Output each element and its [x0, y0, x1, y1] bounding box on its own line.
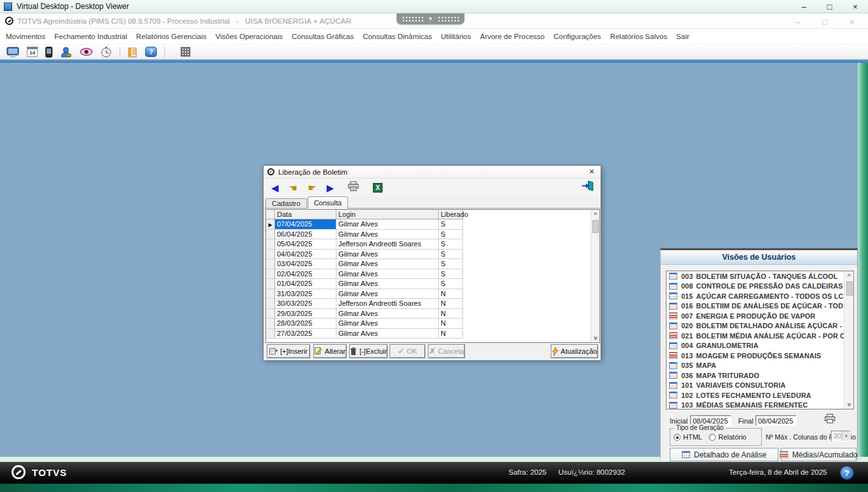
list-item[interactable]: 016BOLETIIM DE ANÁLISES DE AÇÚCAR - TOD	[667, 301, 853, 312]
cell-liberado[interactable]: S	[439, 219, 463, 230]
print-icon[interactable]	[348, 181, 359, 194]
cell-liberado[interactable]: N	[439, 319, 463, 329]
table-row[interactable]: 01/04/2025 Gilmar Alves S	[266, 279, 599, 289]
detalhado-analise-button[interactable]: Detalhado de Análise	[670, 448, 778, 461]
menu-item[interactable]: Relatórios Gerenciais	[136, 33, 207, 40]
cell-liberado[interactable]: N	[439, 309, 463, 319]
app-minimize-button[interactable]: –	[788, 16, 807, 29]
cancela-button[interactable]: ✗ Cancela	[428, 344, 465, 358]
cell-login[interactable]: Gilmar Alves	[336, 250, 439, 260]
cell-liberado[interactable]: S	[439, 250, 463, 260]
max-cols-dropdown[interactable]: 30 ▼	[831, 431, 851, 441]
app-maximize-button[interactable]: □	[816, 16, 835, 29]
desktop-monitor-icon[interactable]	[6, 47, 19, 58]
help-balloon-icon[interactable]: ?	[145, 47, 157, 57]
cell-liberado[interactable]: S	[439, 230, 463, 240]
exit-icon[interactable]	[581, 180, 594, 194]
cell-liberado[interactable]: N	[439, 289, 463, 299]
list-item[interactable]: 021BOLETIM MÉDIA ANÁLISE AÇÚCAR - POR C	[667, 331, 853, 341]
header-liberado[interactable]: Liberado	[439, 210, 463, 219]
qrcode-icon[interactable]	[180, 47, 191, 57]
cell-login[interactable]: Gilmar Alves	[336, 269, 439, 280]
cell-data[interactable]: 28/03/2025	[275, 319, 336, 329]
prev-record-icon[interactable]: ☚	[289, 183, 297, 193]
list-item[interactable]: 103MÉDIAS SEMANAIS FERMENTEC	[667, 401, 853, 410]
scroll-up-icon[interactable]: ^	[591, 210, 600, 219]
cell-login[interactable]: Gilmar Alves	[336, 219, 439, 230]
cell-data[interactable]: 31/03/2025	[275, 289, 336, 299]
list-item[interactable]: 003BOLETIM SITUAÇÃO - TANQUES ÁLCOOL	[667, 271, 853, 282]
views-scrollbar[interactable]: ^ v	[844, 271, 853, 409]
header-login[interactable]: Login	[336, 210, 439, 219]
radio-html[interactable]: HTML	[674, 433, 702, 441]
user-icon[interactable]	[60, 47, 72, 58]
cell-login[interactable]: Jefferson Andreotti Soares	[336, 239, 439, 250]
medias-acumulado-button[interactable]: Médias/Acumulado	[781, 448, 856, 461]
menu-item[interactable]: Visões Operacionais	[216, 33, 283, 40]
calendar-icon[interactable]: 14	[27, 47, 38, 57]
last-record-icon[interactable]: ▶	[326, 183, 334, 193]
cell-data[interactable]: 07/04/2025	[275, 219, 336, 230]
excluir-button[interactable]: [-]Excluir	[349, 344, 388, 358]
cell-data[interactable]: 02/04/2025	[275, 269, 336, 280]
dropdown-arrow-icon[interactable]: ▼	[842, 431, 850, 441]
virtual-desktop-grip[interactable]: ▼	[397, 13, 464, 24]
scroll-up-icon[interactable]: ^	[844, 271, 854, 280]
menu-item[interactable]: Utilitários	[441, 33, 471, 40]
radio-relatorio-circle[interactable]	[709, 434, 716, 441]
menu-item[interactable]: Consultas Dinâmicas	[363, 33, 432, 40]
next-record-icon[interactable]: ☛	[308, 183, 316, 193]
cell-liberado[interactable]: N	[439, 299, 463, 309]
table-row[interactable]: 30/03/2025 Jefferson Andreotti Soares N	[266, 299, 599, 309]
alterar-button[interactable]: Alterar	[313, 344, 347, 358]
table-row[interactable]: 03/04/2025 Gilmar Alves S	[266, 259, 599, 269]
menu-item[interactable]: Configurações	[553, 33, 601, 40]
menu-item[interactable]: Árvore de Processo	[480, 33, 544, 40]
cell-data[interactable]: 30/03/2025	[275, 299, 336, 309]
cell-data[interactable]: 01/04/2025	[275, 279, 336, 289]
menu-item[interactable]: Consultas Gráficas	[292, 33, 354, 40]
tab-cadastro[interactable]: Cadastro	[265, 198, 307, 209]
list-item[interactable]: 036MAPA TRITURADO	[667, 370, 853, 381]
menu-item[interactable]: Fechamento Industrial	[54, 33, 127, 40]
table-row[interactable]: 06/04/2025 Gilmar Alves S	[266, 230, 599, 240]
scroll-down-icon[interactable]: v	[591, 333, 600, 342]
list-item[interactable]: 004GRANULOMETRIA	[667, 341, 853, 351]
list-item[interactable]: 035MAPA	[667, 361, 853, 371]
cell-login[interactable]: Jefferson Andreotti Soares	[336, 299, 439, 309]
clock-icon[interactable]	[100, 46, 112, 58]
help-icon[interactable]: ?	[840, 466, 854, 480]
grid-scrollbar[interactable]: ^ v	[590, 210, 599, 342]
table-row[interactable]: 02/04/2025 Gilmar Alves S	[266, 269, 599, 280]
table-row[interactable]: 04/04/2025 Gilmar Alves S	[266, 250, 599, 260]
scroll-document-icon[interactable]	[128, 47, 138, 58]
tab-consulta[interactable]: Consulta	[308, 196, 348, 209]
menu-item[interactable]: Relatórios Salvos	[610, 33, 667, 40]
scroll-down-icon[interactable]: v	[844, 400, 854, 409]
desktop-close-button[interactable]: ×	[846, 1, 865, 13]
cell-liberado[interactable]: S	[439, 259, 463, 269]
cell-liberado[interactable]: S	[439, 239, 463, 250]
list-item[interactable]: 007ENERGIA E PRODUÇÃO DE VAPOR	[667, 311, 853, 321]
atualizacao-button[interactable]: Atualização	[551, 344, 598, 358]
list-item[interactable]: 013MOAGEM E PRODUÇÕES SEMANAIS	[667, 351, 853, 361]
app-close-button[interactable]: ×	[842, 16, 862, 29]
list-item[interactable]: 101VARIAVEIS CONSULTORIA	[667, 381, 853, 391]
cell-data[interactable]: 29/03/2025	[275, 309, 336, 319]
table-row[interactable]: 28/03/2025 Gilmar Alves N	[266, 319, 599, 329]
desktop-maximize-button[interactable]: □	[820, 1, 839, 13]
table-row[interactable]: 05/04/2025 Jefferson Andreotti Soares S	[266, 239, 599, 250]
inserir-button[interactable]: [+]Inserir	[267, 344, 310, 358]
cell-liberado[interactable]: N	[439, 329, 463, 339]
cell-data[interactable]: 04/04/2025	[275, 250, 336, 260]
cell-login[interactable]: Gilmar Alves	[336, 329, 439, 339]
list-item[interactable]: 015AÇÚCAR CARREGAMENTO - TODOS OS LC	[667, 291, 853, 301]
radio-html-circle[interactable]	[674, 434, 681, 441]
eye-icon[interactable]	[80, 47, 93, 56]
cell-data[interactable]: 06/04/2025	[275, 230, 336, 240]
first-record-icon[interactable]: ◀	[271, 183, 279, 193]
excel-export-icon[interactable]: X	[373, 183, 383, 193]
ok-button[interactable]: ✓ OK	[390, 344, 425, 358]
header-data[interactable]: Data	[275, 210, 336, 219]
dialog-close-button[interactable]: ×	[585, 166, 598, 178]
